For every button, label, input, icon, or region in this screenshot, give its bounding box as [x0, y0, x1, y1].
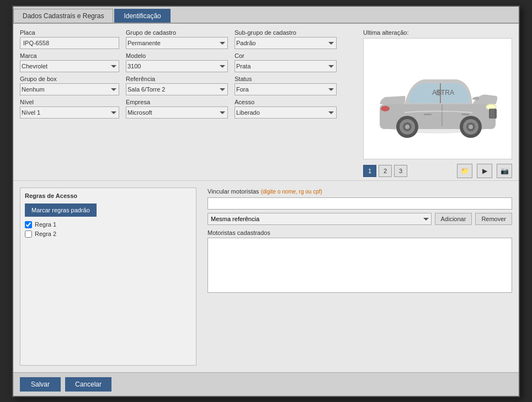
ultima-alteracao-label: Ultima alteração: [363, 29, 512, 36]
cor-label: Cor [235, 52, 337, 59]
tab-identificacao[interactable]: Identificação [114, 9, 170, 23]
subgrupo-select[interactable]: Padrão [235, 37, 337, 49]
svg-point-14 [405, 125, 409, 129]
rule-2-item: Regra 2 [25, 231, 191, 238]
svg-point-5 [487, 105, 496, 109]
car-image: ASTRA [369, 52, 507, 146]
field-referencia: Referência Sala 6/Torre 2 [126, 76, 228, 95]
referencia-label: Referência [126, 76, 228, 82]
play-icon-btn[interactable]: ▶ [477, 164, 492, 178]
image-controls: 1 2 3 📁 ▶ 📷 [363, 164, 512, 178]
reference-select[interactable]: Mesma referência [208, 213, 432, 225]
modelo-label: Modelo [126, 52, 228, 59]
tabs-bar: Dados Cadastrais e Regras Identificação [13, 7, 519, 24]
bottom-area: Regras de Acesso Marcar regras padrão Re… [13, 180, 519, 372]
vincular-row: Vincular motoristas (digite o nome, rg o… [208, 187, 512, 195]
rule-2-label: Regra 2 [35, 231, 56, 237]
car-image-container: ASTRA [363, 38, 512, 159]
referencia-select[interactable]: Sala 6/Torre 2 [126, 83, 228, 95]
camera-icon-btn[interactable]: 📷 [497, 164, 512, 178]
access-rules-title: Regras de Acesso [25, 192, 191, 199]
remove-driver-button[interactable]: Remover [475, 213, 512, 225]
motoristas-list[interactable] [208, 238, 512, 293]
field-status: Status Fora [235, 76, 337, 95]
status-label: Status [235, 76, 337, 82]
camera-icon: 📷 [501, 167, 509, 175]
svg-rect-15 [461, 114, 469, 115]
mark-default-button[interactable]: Marcar regras padrão [25, 203, 97, 217]
acesso-select[interactable]: Liberado [235, 106, 337, 119]
subgrupo-label: Sub-grupo de cadastro [235, 29, 337, 36]
svg-text:ASTRA: ASTRA [432, 89, 454, 97]
page-btn-3[interactable]: 3 [394, 165, 407, 177]
page-btn-2[interactable]: 2 [379, 165, 392, 177]
field-placa: Placa [20, 29, 119, 49]
svg-point-6 [381, 106, 390, 111]
folder-icon: 📁 [461, 167, 469, 175]
field-cor: Cor Prata [235, 52, 337, 72]
drivers-panel: Vincular motoristas (digite o nome, rg o… [208, 187, 512, 366]
grupo-label: Grupo de cadastro [126, 29, 228, 36]
cor-select[interactable]: Prata [235, 60, 337, 72]
placa-input[interactable] [20, 37, 119, 49]
nivel-label: Nível [20, 99, 119, 105]
empresa-label: Empresa [126, 99, 228, 105]
vincular-hint: (digite o nome, rg ou cpf) [261, 189, 322, 195]
svg-rect-17 [489, 109, 497, 119]
acesso-label: Acesso [235, 99, 337, 105]
grupobox-select[interactable]: Nenhum [20, 83, 119, 95]
status-select[interactable]: Fora [235, 83, 337, 95]
empresa-select[interactable]: Microsoft [126, 106, 228, 119]
grupo-select[interactable]: Permanente [126, 37, 228, 49]
rule-1-checkbox[interactable] [25, 221, 32, 228]
svg-rect-16 [424, 114, 432, 115]
marca-label: Marca [20, 52, 119, 59]
driver-search-input[interactable] [208, 197, 512, 210]
vincular-label: Vincular motoristas [208, 188, 259, 195]
rule-2-checkbox[interactable] [25, 231, 32, 238]
modelo-select[interactable]: 3100 [126, 60, 228, 72]
field-empresa: Empresa Microsoft [126, 99, 228, 119]
nivel-select[interactable]: Nível 1 [20, 106, 119, 119]
marca-select[interactable]: Chevrolet [20, 60, 119, 72]
form-row-2: Marca Chevrolet Modelo 3100 Cor Prata [20, 52, 354, 72]
motoristas-label: Motoristas cadastrados [208, 229, 512, 236]
form-left: Placa Grupo de cadastro Permanente Sub-g… [20, 29, 354, 178]
right-image-panel: Ultima alteração: [363, 29, 512, 178]
save-button[interactable]: Salvar [20, 377, 61, 392]
top-section: Placa Grupo de cadastro Permanente Sub-g… [13, 24, 519, 180]
field-grupo: Grupo de cadastro Permanente [126, 29, 228, 49]
form-row-1: Placa Grupo de cadastro Permanente Sub-g… [20, 29, 354, 49]
rule-1-item: Regra 1 [25, 221, 191, 228]
field-subgrupo: Sub-grupo de cadastro Padrão [235, 29, 337, 49]
svg-point-10 [469, 125, 473, 129]
main-dialog: Dados Cadastrais e Regras Identificação … [12, 6, 520, 397]
field-acesso: Acesso Liberado [235, 99, 337, 119]
form-row-4: Nível Nível 1 Empresa Microsoft Acesso L… [20, 99, 354, 119]
placa-label: Placa [20, 29, 119, 36]
page-btn-1[interactable]: 1 [363, 165, 376, 177]
field-nivel: Nível Nível 1 [20, 99, 119, 119]
field-marca: Marca Chevrolet [20, 52, 119, 72]
field-grupobox: Grupo de box Nenhum [20, 76, 119, 95]
footer-bar: Salvar Cancelar [13, 372, 519, 396]
folder-icon-btn[interactable]: 📁 [457, 164, 472, 178]
grupobox-label: Grupo de box [20, 76, 119, 82]
add-driver-button[interactable]: Adicionar [435, 213, 472, 225]
cancel-button[interactable]: Cancelar [65, 377, 111, 392]
driver-select-row: Mesma referência Adicionar Remover [208, 213, 512, 225]
field-modelo: Modelo 3100 [126, 52, 228, 72]
rule-1-label: Regra 1 [35, 221, 56, 228]
tab-dados-cadastrais[interactable]: Dados Cadastrais e Regras [13, 9, 113, 23]
form-row-3: Grupo de box Nenhum Referência Sala 6/To… [20, 76, 354, 95]
access-rules-panel: Regras de Acesso Marcar regras padrão Re… [20, 187, 196, 366]
play-icon: ▶ [482, 167, 487, 175]
